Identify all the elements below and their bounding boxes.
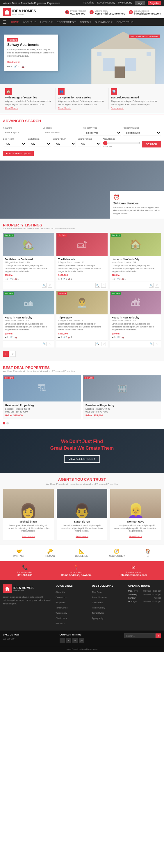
agents-section: AGENTS YOU CAN TRUST We Have Properties … <box>0 473 164 545</box>
tagline: We are Best in Town With 40 years of Exp… <box>3 2 60 5</box>
footer-quick-link-about[interactable]: About Us <box>56 591 64 593</box>
page-btn-1[interactable]: 1 <box>3 351 9 357</box>
listing-desc-1: Lorem ipsum dolor sit amet, adipiscing e… <box>5 264 52 273</box>
nav-showcase[interactable]: SHOWCASE ▾ <box>93 18 115 26</box>
footer-full-link-typography[interactable]: Typography <box>92 617 103 620</box>
googleplus-icon[interactable]: g+ <box>79 638 84 643</box>
deal-card-1: For Rent 🏗 Residential Project-drg Locat… <box>3 375 81 419</box>
logo[interactable]: IDEA HOMES Real Estate <box>3 8 36 16</box>
email-label: Email Address <box>134 9 161 12</box>
best-deal-header: BEST DEAL PROPERTIES We Have Properties … <box>3 366 161 372</box>
footer-quick-link-1: About Us <box>56 590 88 594</box>
facebook-icon[interactable]: f <box>60 638 65 643</box>
footer: IDEA HOMES Real Estate Lorem ipsum dolor… <box>0 580 164 630</box>
listing-detail-btn-4[interactable]: 🔍 <box>42 342 47 346</box>
footer-full-link-team[interactable]: Team Members <box>92 596 107 598</box>
listing-fav-btn-5[interactable]: ♡ <box>101 342 106 346</box>
hours-desc: Lorem ipsum dolor sit amet, adipiscing e… <box>113 206 161 215</box>
listing-feat-bath-3: 🚿 2 <box>117 278 121 280</box>
page-btn-2[interactable]: 2 <box>10 351 16 357</box>
footer-search-button[interactable]: ➜ <box>156 633 161 639</box>
footer-full-link-client[interactable]: Client Area <box>92 601 103 604</box>
status-select[interactable]: Select Status <box>123 130 161 136</box>
favorites-link[interactable]: Favorites <box>83 1 94 5</box>
footer-logo: IDEA HOMES Real Estate <box>3 584 52 593</box>
footer-search-input[interactable] <box>124 633 156 639</box>
footer-search-col: ➜ <box>124 633 161 639</box>
listing-fav-btn-4[interactable]: ♡ <box>48 342 52 346</box>
listing-fav-btn-3[interactable]: ♡ <box>155 283 159 288</box>
bed-select[interactable]: Any <box>3 141 26 147</box>
bath-select[interactable]: Any <box>28 141 51 147</box>
main-nav: ☰ HOME ABOUT US LISTING ▾ PROPERTIES ▾ P… <box>0 18 164 26</box>
feature-link-2[interactable]: Read More > <box>58 107 106 110</box>
feature-link-3[interactable]: Read More > <box>111 107 159 110</box>
cta-button[interactable]: VIEW ALL LISTINGS > <box>64 455 100 463</box>
listing-price-2: $120,000 <box>58 274 106 276</box>
keyword-input[interactable] <box>3 130 41 135</box>
nav-properties[interactable]: PROPERTIES ▾ <box>55 18 78 26</box>
hero-read-more[interactable]: Read More > <box>7 61 21 63</box>
search-button[interactable]: SEARCH <box>142 141 161 148</box>
location-label: Location <box>43 127 81 129</box>
listing-addr-2: 8 Regent Rave, London, UK <box>58 261 106 263</box>
listing-detail-btn-5[interactable]: 🔍 <box>95 342 100 346</box>
footer-quick-link-typography[interactable]: Typography <box>56 612 67 614</box>
footer-quick-link-contact[interactable]: Contact Us <box>56 596 66 598</box>
location-input[interactable] <box>43 130 81 135</box>
slider-dot-2[interactable] <box>6 422 9 425</box>
range-slider[interactable] <box>103 141 140 146</box>
header-location: 📍 Victoria Hall, Home Address, nowhere <box>89 9 125 15</box>
listing-badge-6: For Rent <box>111 292 121 295</box>
sqft-max-select[interactable]: Any <box>78 141 101 147</box>
agent-link-3[interactable]: Read More > <box>129 535 142 538</box>
header-contacts: 📞 Phone Number 001-300-700 📍 Victoria Ha… <box>65 9 161 15</box>
listing-detail-btn-6[interactable]: 🔍 <box>149 342 154 346</box>
my-property-link[interactable]: My Property <box>118 1 132 5</box>
listing-fav-btn-2[interactable]: ♡ <box>101 283 106 288</box>
footer-full-link-gallery[interactable]: Photo Gallery <box>92 607 105 609</box>
listings-header: PROPERTY LISTINGS We Have Properties in … <box>3 223 161 230</box>
email-value: info@ideahomes.com <box>134 12 161 15</box>
more-search-btn[interactable]: ▶ More Search Options <box>3 151 34 156</box>
listing-card-2: 🛋 For Sale The Helus villa 8 Regent Rave… <box>56 233 108 289</box>
email-icon: ✉ <box>129 10 133 14</box>
footer-full-link-blog[interactable]: Blog Posts <box>92 591 102 593</box>
hamburger-icon[interactable]: ☰ <box>3 20 7 24</box>
footer-full-link-styles[interactable]: Temp/Styles <box>92 612 104 614</box>
strip-phone-value: 001-300-700 <box>17 574 33 577</box>
strip-location-icon: 📍 <box>61 565 91 570</box>
phone-label: Phone Number <box>71 9 86 12</box>
type-select[interactable]: Select Type <box>83 130 121 136</box>
saved-link[interactable]: Saved Property <box>97 1 115 5</box>
footer-quick-link-shortcodes[interactable]: Shortcodes <box>56 617 66 620</box>
footer-quick-link-elements[interactable]: Elements <box>56 622 64 625</box>
footer-quick-link-properties[interactable]: Properties <box>56 601 65 604</box>
partner-3: 📐 BLUELINE <box>75 548 88 557</box>
nav-home[interactable]: HOME <box>9 18 21 26</box>
listing-detail-btn-2[interactable]: 🔍 <box>95 283 100 288</box>
nav-about[interactable]: ABOUT US <box>21 18 38 26</box>
listing-detail-btn-3[interactable]: 🔍 <box>149 283 154 288</box>
slider-dots <box>3 422 161 425</box>
svg-rect-2 <box>103 58 115 71</box>
feature-title-3: Best Price Guaranteed <box>111 96 159 99</box>
listing-fav-btn-6[interactable]: ♡ <box>155 342 159 346</box>
nav-contact[interactable]: CONTACT US <box>115 18 136 26</box>
sqft-max-field: Squre Ft Max Any <box>78 137 101 148</box>
twitter-icon[interactable]: t <box>66 638 71 643</box>
linkedin-icon[interactable]: in <box>73 638 78 643</box>
nav-pages[interactable]: PAGES ▾ <box>78 18 93 26</box>
agent-link-1[interactable]: Read More > <box>22 535 35 538</box>
register-link[interactable]: Register <box>148 1 161 5</box>
nav-listing[interactable]: LISTING ▾ <box>38 18 55 26</box>
slider-dot-1[interactable] <box>3 422 5 425</box>
footer-quick-link-styles[interactable]: Temp/Styles <box>56 607 67 609</box>
login-link[interactable]: Login <box>135 1 145 5</box>
agent-link-2[interactable]: Read More > <box>76 535 88 538</box>
listings-grid: 🏡 For Rent South Merrin Boulevard 8 Rege… <box>3 233 161 347</box>
sqft-min-select[interactable]: Any <box>53 141 76 147</box>
feature-link-1[interactable]: Read More > <box>5 107 53 110</box>
listing-detail-btn-1[interactable]: 🔍 <box>42 283 47 288</box>
listing-fav-btn-1[interactable]: ♡ <box>48 283 52 288</box>
